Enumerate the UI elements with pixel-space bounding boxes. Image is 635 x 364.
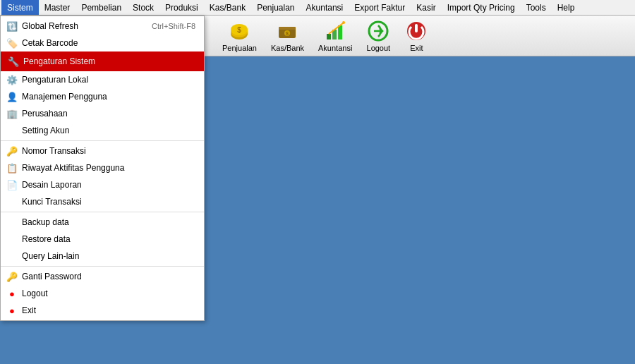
dropdown-label: Restore data: [22, 234, 71, 244]
menu-akuntansi[interactable]: Akuntansi: [301, 0, 349, 15]
backup-icon: [6, 217, 18, 228]
dropdown-perusahaan[interactable]: 🏢 Perusahaan: [1, 105, 204, 122]
dropdown-global-refresh[interactable]: 🔃 Global Refresh Ctrl+Shift-F8: [1, 18, 204, 35]
menu-master[interactable]: Master: [39, 0, 76, 15]
dropdown-label: Nomor Transaksi: [22, 146, 86, 156]
menu-stock[interactable]: Stock: [127, 0, 159, 15]
dropdown-kunci-transaksi[interactable]: Kunci Transaksi: [1, 193, 204, 210]
dropdown-exit[interactable]: ● Exit: [1, 302, 204, 319]
svg-rect-5: [279, 27, 296, 30]
dropdown-label: Riwayat Aktifitas Pengguna: [22, 163, 124, 173]
toolbar-exit[interactable]: Exit: [398, 18, 435, 54]
menu-produksi[interactable]: Produksi: [159, 0, 204, 15]
akun-icon: [6, 125, 18, 136]
dropdown-label: Ganti Password: [22, 272, 82, 281]
dropdown-label: Exit: [22, 305, 36, 315]
dropdown-pengaturan-sistem[interactable]: 🔧 Pengaturan Sistem: [1, 51, 204, 71]
local-settings-icon: ⚙️: [6, 74, 18, 85]
svg-text:$: $: [286, 31, 289, 36]
menu-pembelian[interactable]: Pembelian: [75, 0, 127, 15]
menu-help[interactable]: Help: [552, 0, 581, 15]
exit-icon: ●: [6, 305, 18, 316]
penjualan-icon: $: [228, 20, 250, 42]
history-icon: 📋: [6, 162, 18, 174]
menu-sistem[interactable]: Sistem: [1, 0, 39, 15]
akuntansi-icon: [324, 20, 346, 42]
company-icon: 🏢: [6, 108, 18, 119]
logout-icon: ●: [6, 288, 18, 299]
dropdown-label: Cetak Barcode: [22, 38, 78, 48]
dropdown-logout[interactable]: ● Logout: [1, 285, 204, 302]
menu-kasbank[interactable]: Kas/Bank: [204, 0, 251, 15]
dropdown-backup-data[interactable]: Backup data: [1, 214, 204, 231]
svg-rect-8: [327, 34, 331, 40]
dropdown-label: Pengaturan Lokal: [22, 75, 88, 85]
menu-kasir[interactable]: Kasir: [411, 0, 441, 15]
dropdown-label: Query Lain-lain: [22, 251, 79, 261]
password-icon: 🔑: [6, 271, 18, 282]
toolbar-penjualan[interactable]: $ Penjualan: [216, 18, 263, 54]
dropdown-label: Backup data: [22, 217, 69, 227]
toolbar-kasbank[interactable]: $ Kas/Bank: [265, 18, 310, 54]
toolbar-logout[interactable]: Logout: [360, 18, 397, 54]
transaksi-icon: 🔑: [6, 145, 18, 157]
dropdown-shortcut: Ctrl+Shift-F8: [152, 22, 195, 30]
dropdown-riwayat-aktifitas[interactable]: 📋 Riwayat Aktifitas Pengguna: [1, 159, 204, 176]
lock-icon: [6, 196, 18, 207]
toolbar-kasbank-label: Kas/Bank: [271, 44, 304, 52]
kasbank-icon: $: [276, 20, 298, 42]
toolbar-akuntansi[interactable]: Akuntansi: [312, 18, 358, 54]
toolbar-penjualan-label: Penjualan: [222, 44, 257, 52]
dropdown-label: Perusahaan: [22, 109, 68, 119]
dropdown-label: Kunci Transaksi: [22, 197, 82, 207]
menu-tools[interactable]: Tools: [521, 0, 552, 15]
toolbar-akuntansi-label: Akuntansi: [318, 44, 352, 52]
dropdown-ganti-password[interactable]: 🔑 Ganti Password: [1, 268, 204, 285]
svg-rect-14: [415, 24, 418, 32]
sistem-dropdown: 🔃 Global Refresh Ctrl+Shift-F8 🏷️ Cetak …: [0, 16, 205, 321]
exit-toolbar-icon: [405, 20, 428, 42]
dropdown-label: Setting Akun: [22, 126, 69, 135]
barcode-icon: 🏷️: [6, 37, 18, 49]
toolbar-exit-label: Exit: [410, 44, 423, 52]
separator-3: [1, 266, 204, 267]
dropdown-cetak-barcode[interactable]: 🏷️ Cetak Barcode: [1, 35, 204, 51]
svg-point-11: [342, 21, 345, 24]
logout-toolbar-icon: [367, 20, 389, 42]
dropdown-restore-data[interactable]: Restore data: [1, 231, 204, 248]
dropdown-desain-laporan[interactable]: 📄 Desain Laporan: [1, 176, 204, 193]
dropdown-label: Manajemen Pengguna: [22, 92, 107, 102]
user-icon: 👤: [6, 91, 18, 102]
svg-rect-10: [338, 25, 342, 40]
menubar: Sistem Master Pembelian Stock Produksi K…: [0, 0, 635, 16]
separator-2: [1, 212, 204, 212]
dropdown-nomor-transaksi[interactable]: 🔑 Nomor Transaksi: [1, 142, 204, 159]
refresh-icon: 🔃: [6, 20, 18, 32]
query-icon: [6, 250, 18, 262]
dropdown-label: Pengaturan Sistem: [23, 56, 95, 66]
menu-penjualan[interactable]: Penjualan: [251, 0, 300, 15]
dropdown-label: Logout: [22, 289, 48, 298]
restore-icon: [6, 233, 18, 245]
dropdown-pengaturan-lokal[interactable]: ⚙️ Pengaturan Lokal: [1, 71, 204, 88]
separator-1: [1, 140, 204, 141]
dropdown-setting-akun[interactable]: Setting Akun: [1, 122, 204, 139]
dropdown-label: Global Refresh: [22, 21, 78, 31]
report-icon: 📄: [6, 179, 18, 190]
dropdown-query-lain[interactable]: Query Lain-lain: [1, 248, 204, 265]
toolbar-logout-label: Logout: [367, 44, 391, 52]
menu-export-faktur[interactable]: Export Faktur: [349, 0, 411, 15]
settings-icon: 🔧: [8, 56, 19, 67]
dropdown-manajemen-pengguna[interactable]: 👤 Manajemen Pengguna: [1, 88, 204, 105]
dropdown-label: Desain Laporan: [22, 180, 82, 190]
menu-import-qty-pricing[interactable]: Import Qty Pricing: [442, 0, 521, 15]
svg-text:$: $: [238, 26, 242, 34]
